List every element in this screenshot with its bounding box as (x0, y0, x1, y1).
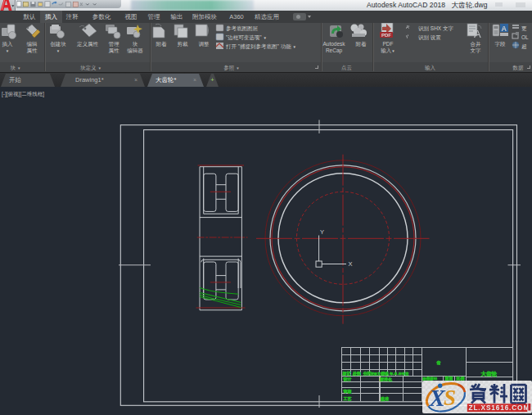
svg-text:X: X (349, 260, 353, 268)
svg-text:批准: 批准 (380, 396, 389, 402)
svg-text:ᵞ̾: ᵞ̾ (406, 34, 409, 41)
svg-text:处数: 处数 (352, 371, 362, 377)
svg-text:齿: 齿 (436, 360, 441, 365)
svg-text:标准化: 标准化 (379, 377, 393, 382)
svg-text:审核: 审核 (344, 389, 352, 394)
svg-text:ZL.XS1616.COM: ZL.XS1616.COM (469, 404, 530, 412)
svg-text:签名: 签名 (381, 371, 390, 377)
svg-text:A: A (474, 28, 481, 40)
svg-text:设计: 设计 (343, 377, 352, 381)
svg-text:备注: 备注 (401, 372, 409, 376)
svg-text:S: S (444, 386, 456, 410)
svg-text:工艺: 工艺 (343, 396, 352, 401)
svg-text:标记: 标记 (342, 371, 352, 377)
svg-text:年.月.日: 年.月.日 (389, 372, 402, 376)
svg-text:PDF: PDF (381, 33, 391, 38)
svg-text:大齿轮: 大齿轮 (481, 371, 498, 377)
svg-text:Y: Y (320, 228, 324, 236)
svg-text:分区: 分区 (363, 371, 372, 377)
svg-text:重量: 重量 (444, 376, 453, 381)
svg-text:ᴬ̾: ᴬ̾ (405, 25, 410, 32)
svg-text:A: A (502, 25, 507, 33)
